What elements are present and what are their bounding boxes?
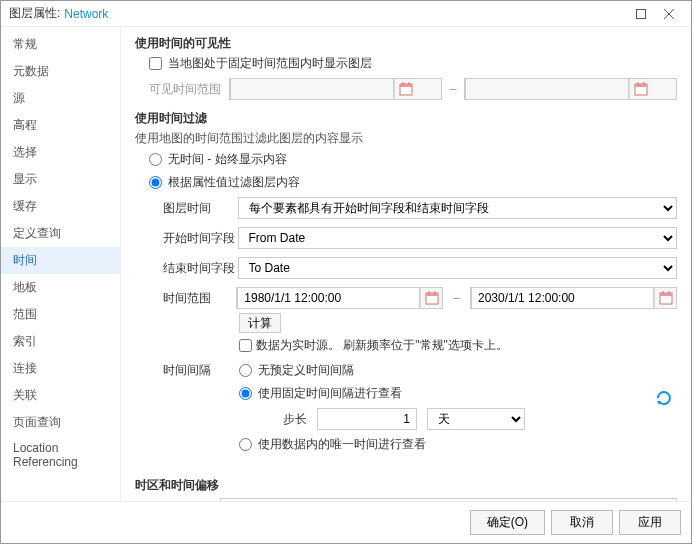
- svg-rect-8: [635, 84, 647, 87]
- filter-radio-none[interactable]: [149, 153, 162, 166]
- calendar-icon[interactable]: [629, 79, 651, 99]
- sidebar-item[interactable]: 页面查询: [1, 409, 120, 436]
- sidebar-item[interactable]: 缓存: [1, 193, 120, 220]
- svg-rect-4: [400, 84, 412, 87]
- end-field-select[interactable]: To Date: [238, 257, 677, 279]
- interval-radio-fixed[interactable]: [239, 387, 252, 400]
- extent-dash: –: [453, 291, 460, 305]
- start-field-select[interactable]: From Date: [238, 227, 677, 249]
- interval-radio-none[interactable]: [239, 364, 252, 377]
- sidebar: 常规元数据源高程选择显示缓存定义查询时间地板范围索引连接关联页面查询Locati…: [1, 27, 121, 501]
- sidebar-item[interactable]: 高程: [1, 112, 120, 139]
- interval-label: 时间间隔: [163, 362, 239, 379]
- maximize-button[interactable]: [627, 5, 655, 23]
- visibility-checkbox[interactable]: [149, 57, 162, 70]
- live-source-checkbox[interactable]: [239, 339, 252, 352]
- cancel-button[interactable]: 取消: [551, 510, 613, 535]
- interval-radio-data[interactable]: [239, 438, 252, 451]
- layer-time-select[interactable]: 每个要素都具有开始时间字段和结束时间字段: [238, 197, 677, 219]
- ok-button[interactable]: 确定(O): [470, 510, 545, 535]
- sidebar-item[interactable]: 元数据: [1, 58, 120, 85]
- sidebar-item[interactable]: 连接: [1, 355, 120, 382]
- visible-range-end-input: [465, 78, 629, 100]
- step-label: 步长: [283, 411, 307, 428]
- sidebar-item[interactable]: 地板: [1, 274, 120, 301]
- start-field-label: 开始时间字段: [163, 230, 238, 247]
- sidebar-item[interactable]: Location Referencing: [1, 436, 120, 474]
- calendar-icon[interactable]: [654, 288, 676, 308]
- tz-section-title: 时区和时间偏移: [135, 477, 677, 494]
- end-field-label: 结束时间字段: [163, 260, 238, 277]
- step-value-input[interactable]: [317, 408, 417, 430]
- title-name: Network: [64, 7, 108, 21]
- visible-range-end: [464, 78, 677, 100]
- layer-time-label: 图层时间: [163, 200, 238, 217]
- sidebar-item[interactable]: 时间: [1, 247, 120, 274]
- filter-radio-none-label: 无时间 - 始终显示内容: [168, 151, 287, 168]
- extent-start-input[interactable]: [237, 287, 420, 309]
- sidebar-item[interactable]: 范围: [1, 301, 120, 328]
- interval-radio-fixed-label: 使用固定时间间隔进行查看: [258, 385, 402, 402]
- calendar-icon[interactable]: [420, 288, 442, 308]
- sidebar-item[interactable]: 源: [1, 85, 120, 112]
- filter-radio-attr[interactable]: [149, 176, 162, 189]
- extent-end-input[interactable]: [471, 287, 654, 309]
- tz-select[interactable]: <无>: [220, 498, 677, 501]
- step-unit-select[interactable]: 天: [427, 408, 525, 430]
- sidebar-item[interactable]: 显示: [1, 166, 120, 193]
- tz-label: 时区: [149, 501, 220, 502]
- range-dash: –: [450, 82, 457, 96]
- sidebar-item[interactable]: 常规: [1, 31, 120, 58]
- visibility-checkbox-label: 当地图处于固定时间范围内时显示图层: [168, 55, 372, 72]
- content-pane: 使用时间的可见性 当地图处于固定时间范围内时显示图层 可见时间范围 – 使用时间…: [121, 27, 691, 501]
- visible-range-label: 可见时间范围: [149, 81, 221, 98]
- apply-button[interactable]: 应用: [619, 510, 681, 535]
- svg-rect-0: [637, 9, 646, 18]
- visible-range-start: [229, 78, 442, 100]
- calculate-button[interactable]: 计算: [239, 313, 281, 333]
- title-prefix: 图层属性:: [9, 5, 60, 22]
- svg-rect-16: [660, 293, 672, 296]
- sidebar-item[interactable]: 关联: [1, 382, 120, 409]
- svg-rect-12: [426, 293, 438, 296]
- live-source-label: 数据为实时源。 刷新频率位于"常规"选项卡上。: [256, 337, 508, 354]
- sidebar-item[interactable]: 索引: [1, 328, 120, 355]
- visible-range-start-input: [230, 78, 394, 100]
- close-button[interactable]: [655, 5, 683, 23]
- filter-radio-attr-label: 根据属性值过滤图层内容: [168, 174, 300, 191]
- interval-radio-none-label: 无预定义时间间隔: [258, 362, 354, 379]
- filter-subtext: 使用地图的时间范围过滤此图层的内容显示: [135, 130, 677, 147]
- refresh-icon[interactable]: [655, 389, 673, 410]
- visibility-section-title: 使用时间的可见性: [135, 35, 677, 52]
- extent-label: 时间范围: [163, 290, 236, 307]
- sidebar-item[interactable]: 选择: [1, 139, 120, 166]
- filter-section-title: 使用时间过滤: [135, 110, 677, 127]
- interval-radio-data-label: 使用数据内的唯一时间进行查看: [258, 436, 426, 453]
- sidebar-item[interactable]: 定义查询: [1, 220, 120, 247]
- calendar-icon[interactable]: [394, 79, 416, 99]
